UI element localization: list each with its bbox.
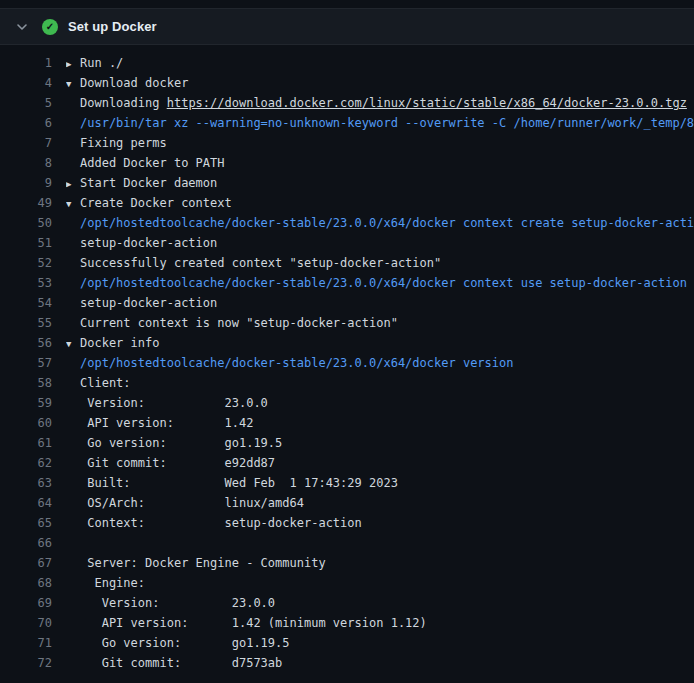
line-number[interactable]: 66: [0, 533, 52, 553]
line-number[interactable]: 51: [0, 233, 52, 253]
line-number[interactable]: 55: [0, 313, 52, 333]
line-number[interactable]: 49: [0, 193, 52, 213]
log-text: Version: 23.0.0: [80, 596, 275, 610]
line-content: OS/Arch: linux/amd64: [66, 493, 694, 513]
log-line[interactable]: 1 ▶Run ./: [0, 53, 694, 73]
log-text: Fixing perms: [80, 136, 167, 150]
line-number[interactable]: 62: [0, 453, 52, 473]
line-content: Added Docker to PATH: [66, 153, 694, 173]
log-text: Go version: go1.19.5: [80, 636, 290, 650]
log-link[interactable]: https://download.docker.com/linux/static…: [167, 96, 687, 110]
chevron-down-icon[interactable]: [14, 19, 30, 35]
group-toggle-icon[interactable]: ▶: [66, 54, 80, 74]
log-line: 53 /opt/hostedtoolcache/docker-stable/23…: [0, 273, 694, 293]
log-line: 50 /opt/hostedtoolcache/docker-stable/23…: [0, 213, 694, 233]
group-toggle-icon[interactable]: ▼: [66, 334, 80, 354]
log-text: Run ./: [80, 56, 123, 70]
log-line: 68 Engine:: [0, 573, 694, 593]
line-number[interactable]: 70: [0, 613, 52, 633]
log-line: 7 Fixing perms: [0, 133, 694, 153]
line-number[interactable]: 9: [0, 173, 52, 193]
log-line[interactable]: 4 ▼Download docker: [0, 73, 694, 93]
line-content: Built: Wed Feb 1 17:43:29 2023: [66, 473, 694, 493]
group-toggle-icon[interactable]: ▼: [66, 74, 80, 94]
line-content: Version: 23.0.0: [66, 593, 694, 613]
line-number[interactable]: 6: [0, 113, 52, 133]
log-command-text: /usr/bin/tar xz --warning=no-unknown-key…: [80, 116, 694, 130]
log-text: Git commit: d7573ab: [80, 656, 282, 670]
line-number[interactable]: 69: [0, 593, 52, 613]
log-text: Git commit: e92dd87: [80, 456, 275, 470]
line-number[interactable]: 1: [0, 53, 52, 73]
line-number[interactable]: 67: [0, 553, 52, 573]
log-line: 59 Version: 23.0.0: [0, 393, 694, 413]
log-text: Go version: go1.19.5: [80, 436, 282, 450]
line-number[interactable]: 8: [0, 153, 52, 173]
line-content: API version: 1.42: [66, 413, 694, 433]
line-number[interactable]: 72: [0, 653, 52, 673]
line-number[interactable]: 59: [0, 393, 52, 413]
line-number[interactable]: 4: [0, 73, 52, 93]
step-header[interactable]: ✓ Set up Docker: [0, 8, 694, 45]
line-content: ▼Create Docker context: [66, 193, 694, 213]
log-text: Engine:: [80, 576, 145, 590]
log-text: Successfully created context "setup-dock…: [80, 256, 441, 270]
log-line: 51 setup-docker-action: [0, 233, 694, 253]
log-line: 58 Client:: [0, 373, 694, 393]
line-number[interactable]: 50: [0, 213, 52, 233]
log-line: 67 Server: Docker Engine - Community: [0, 553, 694, 573]
log-line: 8 Added Docker to PATH: [0, 153, 694, 173]
line-number[interactable]: 65: [0, 513, 52, 533]
log-command-text: /opt/hostedtoolcache/docker-stable/23.0.…: [80, 356, 513, 370]
group-toggle-icon[interactable]: ▶: [66, 174, 80, 194]
line-content: setup-docker-action: [66, 293, 694, 313]
line-number[interactable]: 64: [0, 493, 52, 513]
log-text: OS/Arch: linux/amd64: [80, 496, 304, 510]
log-line: 69 Version: 23.0.0: [0, 593, 694, 613]
line-number[interactable]: 68: [0, 573, 52, 593]
log-line[interactable]: 49 ▼Create Docker context: [0, 193, 694, 213]
line-number[interactable]: 57: [0, 353, 52, 373]
log-text: Client:: [80, 376, 131, 390]
log-text: Download docker: [80, 76, 188, 90]
line-number[interactable]: 71: [0, 633, 52, 653]
line-number[interactable]: 61: [0, 433, 52, 453]
line-content: Fixing perms: [66, 133, 694, 153]
line-number[interactable]: 60: [0, 413, 52, 433]
line-number[interactable]: 63: [0, 473, 52, 493]
line-number[interactable]: 5: [0, 93, 52, 113]
line-content: Current context is now "setup-docker-act…: [66, 313, 694, 333]
log-line: 52 Successfully created context "setup-d…: [0, 253, 694, 273]
line-content: /opt/hostedtoolcache/docker-stable/23.0.…: [66, 273, 694, 293]
line-content: ▶Run ./: [66, 53, 694, 73]
log-text: Docker info: [80, 336, 159, 350]
line-content: Client:: [66, 373, 694, 393]
log-text: Built: Wed Feb 1 17:43:29 2023: [80, 476, 398, 490]
log-text: Downloading: [80, 96, 167, 110]
step-title: Set up Docker: [68, 19, 157, 34]
log-line: 72 Git commit: d7573ab: [0, 653, 694, 673]
line-content: Engine:: [66, 573, 694, 593]
log-line[interactable]: 9 ▶Start Docker daemon: [0, 173, 694, 193]
line-number[interactable]: 54: [0, 293, 52, 313]
log-line[interactable]: 56 ▼Docker info: [0, 333, 694, 353]
line-content: Go version: go1.19.5: [66, 433, 694, 453]
line-content: /opt/hostedtoolcache/docker-stable/23.0.…: [66, 353, 694, 373]
line-content: API version: 1.42 (minimum version 1.12): [66, 613, 694, 633]
log-text: Start Docker daemon: [80, 176, 217, 190]
line-content: Go version: go1.19.5: [66, 633, 694, 653]
line-number[interactable]: 58: [0, 373, 52, 393]
log-line: 71 Go version: go1.19.5: [0, 633, 694, 653]
line-content: Downloading https://download.docker.com/…: [66, 93, 694, 113]
log-line: 63 Built: Wed Feb 1 17:43:29 2023: [0, 473, 694, 493]
log-line: 61 Go version: go1.19.5: [0, 433, 694, 453]
line-number[interactable]: 53: [0, 273, 52, 293]
line-number[interactable]: 52: [0, 253, 52, 273]
log-line: 64 OS/Arch: linux/amd64: [0, 493, 694, 513]
line-number[interactable]: 7: [0, 133, 52, 153]
log-command-text: /opt/hostedtoolcache/docker-stable/23.0.…: [80, 276, 687, 290]
line-content: [66, 533, 694, 553]
line-number[interactable]: 56: [0, 333, 52, 353]
group-toggle-icon[interactable]: ▼: [66, 194, 80, 214]
line-content: Version: 23.0.0: [66, 393, 694, 413]
